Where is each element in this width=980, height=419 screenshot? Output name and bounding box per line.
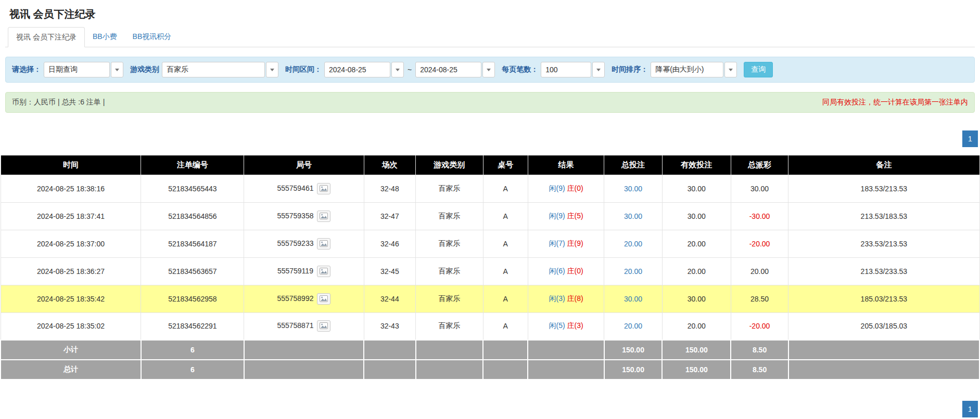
cell-remark: 205.03/185.03: [788, 312, 979, 340]
cell-game-type: 百家乐: [416, 285, 483, 312]
column-header: 游戏类别: [416, 155, 483, 175]
result-banker-text: 庄(8): [567, 294, 583, 303]
cell-total-bet[interactable]: 30.00: [604, 202, 663, 230]
cell-bet-id: 521834562958: [141, 285, 244, 312]
date-to-input[interactable]: [415, 62, 481, 77]
page-title: 视讯 会员下注纪录: [0, 0, 980, 25]
chevron-down-icon: [596, 69, 601, 71]
cell-valid-bet: 30.00: [662, 202, 731, 230]
cell-round-id: 555758871: [244, 312, 364, 340]
round-id-text: 555758871: [277, 321, 313, 330]
cell-table-no: A: [483, 230, 528, 257]
result-player-text: 闲(6): [549, 267, 565, 275]
subtotal-row: 小计 6 150.00 150.00 8.50: [1, 340, 979, 360]
query-type-dropdown-button[interactable]: [111, 62, 123, 77]
tab-bb-video-points[interactable]: BB视讯积分: [125, 27, 180, 47]
column-header: 备注: [788, 155, 979, 175]
video-preview-icon: [320, 185, 328, 192]
cell-session: 32-45: [364, 257, 416, 285]
cell-valid-bet: 20.00: [662, 257, 731, 285]
per-page-dropdown-button[interactable]: [592, 62, 605, 77]
cell-session: 32-47: [364, 202, 416, 230]
info-bar: 币别：人民币 | 总共 :6 注单 | 同局有效投注，统一计算在该局第一张注单内: [5, 92, 975, 113]
per-page-input[interactable]: [541, 62, 591, 77]
column-header: 局号: [244, 155, 364, 175]
cell-game-type: 百家乐: [416, 175, 483, 202]
cell-result: 闲(6) 庄(0): [528, 257, 604, 285]
round-video-button[interactable]: [317, 293, 330, 305]
page-1-button[interactable]: 1: [962, 401, 978, 417]
round-video-button[interactable]: [317, 183, 330, 194]
sort-order-label: 时间排序：: [612, 65, 648, 74]
column-header: 桌号: [483, 155, 528, 175]
cell-time: 2024-08-25 18:35:42: [1, 285, 141, 312]
sort-order-input[interactable]: [651, 62, 723, 77]
cell-table-no: A: [483, 202, 528, 230]
column-header: 结果: [528, 155, 604, 175]
cell-remark: 233.53/213.53: [788, 230, 979, 257]
cell-time: 2024-08-25 18:37:00: [1, 230, 141, 257]
game-type-dropdown-button[interactable]: [266, 62, 278, 77]
cell-payout: -20.00: [731, 230, 788, 257]
cell-result: 闲(3) 庄(8): [528, 285, 604, 312]
round-id-text: 555759358: [277, 211, 313, 219]
query-type-combo: [44, 62, 123, 77]
cell-round-id: 555759119: [244, 257, 364, 285]
cell-remark: 213.53/233.53: [788, 257, 979, 285]
game-type-input[interactable]: [162, 62, 265, 77]
tab-betting-records[interactable]: 视讯 会员下注纪录: [8, 27, 85, 47]
total-label: 总计: [1, 360, 141, 379]
result-player-text: 闲(3): [549, 294, 565, 303]
cell-result: 闲(9) 庄(5): [528, 202, 604, 230]
cell-valid-bet: 20.00: [662, 230, 731, 257]
round-video-button[interactable]: [317, 211, 330, 222]
table-row: 2024-08-25 18:37:00 521834564187 5557592…: [1, 230, 979, 257]
result-banker-text: 庄(5): [567, 212, 583, 220]
cell-total-bet[interactable]: 30.00: [604, 285, 663, 312]
cell-round-id: 555759233: [244, 230, 364, 257]
cell-remark: 183.53/213.53: [788, 175, 979, 202]
cell-session: 32-44: [364, 285, 416, 312]
column-header: 总派彩: [731, 155, 788, 175]
query-button[interactable]: 查询: [744, 62, 773, 77]
tab-bb-tip[interactable]: BB小费: [85, 27, 125, 47]
table-row: 2024-08-25 18:36:27 521834563657 5557591…: [1, 257, 979, 285]
query-type-input[interactable]: [44, 62, 110, 77]
table-row: 2024-08-25 18:37:41 521834564856 5557593…: [1, 202, 979, 230]
result-banker-text: 庄(0): [567, 184, 583, 192]
game-type-combo: [162, 62, 278, 77]
result-player-text: 闲(5): [549, 321, 565, 330]
sort-order-dropdown-button[interactable]: [724, 62, 737, 77]
cell-time: 2024-08-25 18:38:16: [1, 175, 141, 202]
round-video-button[interactable]: [317, 266, 330, 277]
round-video-button[interactable]: [317, 320, 330, 332]
chevron-down-icon: [115, 69, 119, 71]
table-header-row: 时间注单编号局号场次游戏类别桌号结果总投注有效投注总派彩备注: [1, 155, 979, 175]
cell-total-bet[interactable]: 20.00: [604, 257, 663, 285]
video-preview-icon: [320, 213, 328, 219]
betting-records-table: 时间注单编号局号场次游戏类别桌号结果总投注有效投注总派彩备注 2024-08-2…: [0, 155, 980, 380]
column-header: 注单编号: [141, 155, 244, 175]
cell-result: 闲(5) 庄(3): [528, 312, 604, 340]
table-row: 2024-08-25 18:35:42 521834562958 5557589…: [1, 285, 979, 312]
table-row: 2024-08-25 18:35:02 521834562291 5557588…: [1, 312, 979, 340]
round-video-button[interactable]: [317, 238, 330, 250]
cell-bet-id: 521834565443: [141, 175, 244, 202]
cell-total-bet[interactable]: 20.00: [604, 312, 663, 340]
cell-game-type: 百家乐: [416, 230, 483, 257]
subtotal-payout: 8.50: [731, 340, 788, 360]
cell-session: 32-43: [364, 312, 416, 340]
date-to-dropdown-button[interactable]: [482, 62, 495, 77]
cell-table-no: A: [483, 257, 528, 285]
page-1-button[interactable]: 1: [962, 130, 978, 147]
cell-remark: 213.53/183.53: [788, 202, 979, 230]
cell-total-bet[interactable]: 20.00: [604, 230, 663, 257]
cell-time: 2024-08-25 18:36:27: [1, 257, 141, 285]
date-from-dropdown-button[interactable]: [391, 62, 404, 77]
cell-total-bet[interactable]: 30.00: [604, 175, 663, 202]
video-preview-icon: [320, 268, 328, 274]
date-from-input[interactable]: [324, 62, 390, 77]
cell-payout: -30.00: [731, 202, 788, 230]
cell-result: 闲(7) 庄(9): [528, 230, 604, 257]
column-header: 时间: [1, 155, 141, 175]
